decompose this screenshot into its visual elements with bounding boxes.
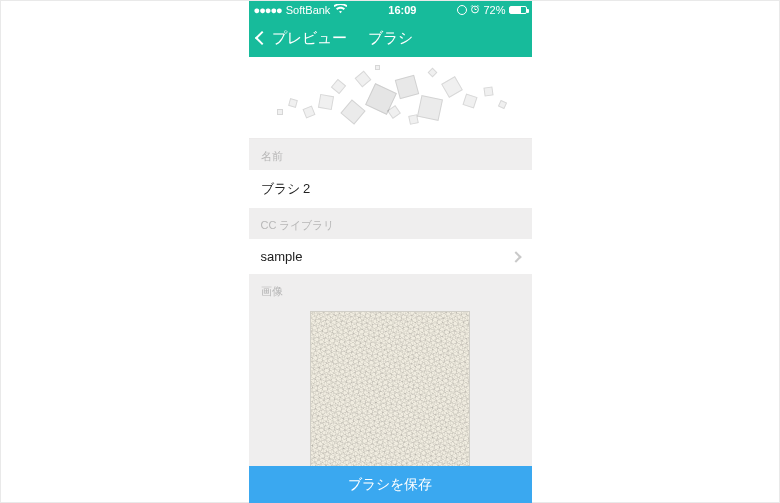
nav-bar: プレビュー ブラシ (249, 19, 532, 57)
thumbnail-row (249, 305, 532, 466)
image-texture (311, 312, 469, 466)
save-brush-button[interactable]: ブラシを保存 (249, 466, 532, 503)
alarm-icon (470, 4, 480, 16)
back-label: プレビュー (272, 29, 347, 48)
signal-dots-icon: ●●●●● (254, 4, 282, 16)
battery-percent: 72% (483, 4, 505, 16)
source-image-thumbnail[interactable] (310, 311, 470, 466)
brush-preview (249, 57, 532, 139)
image-section-label: 画像 (249, 274, 532, 305)
form-content: 名前 ブラシ 2 CC ライブラリ sample 画像 (249, 139, 532, 466)
battery-icon (509, 6, 527, 14)
save-brush-label: ブラシを保存 (348, 476, 432, 494)
phone-screen: ●●●●● SoftBank 16:09 72% プレビュー (249, 1, 532, 503)
carrier-label: SoftBank (286, 4, 331, 16)
wifi-icon (334, 4, 347, 16)
clock: 16:09 (347, 4, 457, 16)
library-picker[interactable]: sample (249, 239, 532, 274)
stage: ●●●●● SoftBank 16:09 72% プレビュー (0, 0, 780, 503)
name-field[interactable]: ブラシ 2 (249, 170, 532, 208)
name-value: ブラシ 2 (261, 180, 311, 198)
chevron-left-icon (254, 31, 268, 45)
library-value: sample (261, 249, 303, 264)
status-bar: ●●●●● SoftBank 16:09 72% (249, 1, 532, 19)
back-button[interactable]: プレビュー (257, 29, 347, 48)
rotation-lock-icon (457, 5, 467, 15)
chevron-right-icon (510, 251, 521, 262)
library-section-label: CC ライブラリ (249, 208, 532, 239)
name-section-label: 名前 (249, 139, 532, 170)
